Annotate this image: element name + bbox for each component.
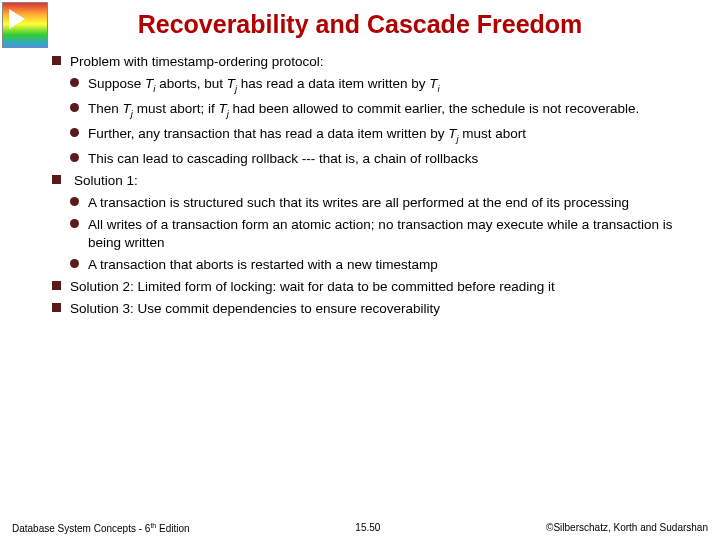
text: Further, any transaction that has read a… [88, 126, 448, 141]
text: Solution 1: [74, 173, 138, 188]
bullet-solution1: Solution 1: [52, 172, 678, 189]
text: aborts, but [155, 76, 226, 91]
footer-center: 15.50 [355, 522, 380, 534]
bullet-problem-a: Suppose Ti aborts, but Tj has read a dat… [70, 75, 678, 95]
text: must abort [459, 126, 527, 141]
bullet-sol1-b: All writes of a transaction form an atom… [70, 216, 678, 251]
var-t: T [218, 101, 226, 116]
var-t: T [227, 76, 235, 91]
text: Database System Concepts - 6 [12, 523, 150, 534]
slide-content: Problem with timestamp-ordering protocol… [0, 53, 720, 318]
text: Then [88, 101, 123, 116]
bullet-solution2: Solution 2: Limited form of locking: wai… [52, 278, 678, 295]
bullet-problem-b: Then Tj must abort; if Tj had been allow… [70, 100, 678, 120]
var-t: T [123, 101, 131, 116]
text: has read a data item written by [237, 76, 429, 91]
text: Suppose [88, 76, 145, 91]
bullet-solution3: Solution 3: Use commit dependencies to e… [52, 300, 678, 317]
footer-right: ©Silberschatz, Korth and Sudarshan [546, 522, 708, 534]
sailboat-logo [2, 2, 48, 48]
bullet-sol1-a: A transaction is structured such that it… [70, 194, 678, 211]
var-i: i [437, 83, 439, 94]
bullet-problem-c: Further, any transaction that has read a… [70, 125, 678, 145]
footer-left: Database System Concepts - 6th Edition [12, 522, 190, 534]
text: must abort; if [133, 101, 219, 116]
bullet-problem-d: This can lead to cascading rollback --- … [70, 150, 678, 167]
slide-title: Recoverability and Cascade Freedom [0, 0, 720, 53]
text: Edition [156, 523, 189, 534]
bullet-sol1-c: A transaction that aborts is restarted w… [70, 256, 678, 273]
slide-footer: Database System Concepts - 6th Edition 1… [0, 522, 720, 534]
text: had been allowed to commit earlier, the … [229, 101, 639, 116]
bullet-problem: Problem with timestamp-ordering protocol… [52, 53, 678, 70]
